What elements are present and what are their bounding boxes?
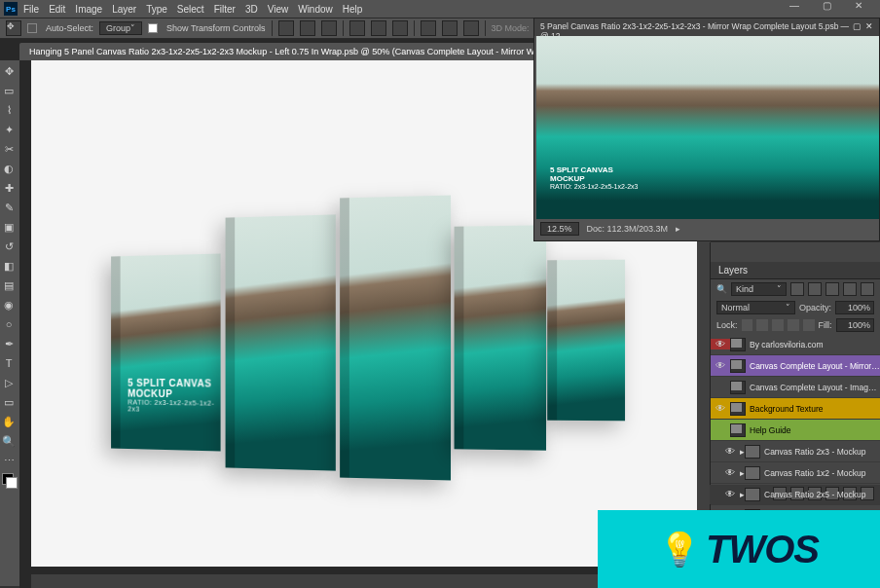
distribute-icon[interactable] [421, 20, 436, 36]
align-right-icon[interactable] [321, 20, 337, 36]
blur-tool[interactable]: ◉ [0, 296, 18, 313]
crop-tool[interactable]: ✂ [0, 140, 18, 158]
secondary-status-bar: 12.5% Doc: 112.3M/203.3M ▸ [534, 219, 879, 239]
separator [272, 20, 273, 36]
menu-filter[interactable]: Filter [214, 4, 236, 15]
mockup-text: 5 SPLIT CANVAS MOCKUP RATIO: 2x3-1x2-2x5… [128, 378, 220, 414]
layer-row[interactable]: 👁▸Canvas Ratio 1x2 - Mockup [711, 462, 880, 484]
lasso-tool[interactable]: ⌇ [0, 101, 18, 119]
layer-name: Background Texture [750, 404, 880, 414]
visibility-toggle[interactable]: 👁 [711, 339, 730, 349]
type-tool[interactable]: T [0, 354, 18, 372]
filter-adjust-icon[interactable] [808, 282, 822, 296]
brush-tool[interactable]: ✎ [0, 199, 18, 216]
layer-row[interactable]: 👁Background Texture [711, 398, 880, 420]
menu-image[interactable]: Image [75, 4, 102, 15]
layer-row[interactable]: 👁▸Canvas Ratio 2x5 - Mockup [711, 484, 880, 505]
show-transform-label: Show Transform Controls [166, 23, 266, 33]
align-left-icon[interactable] [278, 20, 294, 36]
shape-tool[interactable]: ▭ [0, 393, 18, 411]
menu-view[interactable]: View [268, 4, 289, 15]
visibility-toggle[interactable]: 👁 [720, 446, 740, 457]
filter-shape-icon[interactable] [843, 282, 857, 296]
zoom-tool[interactable]: 🔍 [0, 432, 18, 450]
close-button[interactable]: ✕ [851, 0, 866, 11]
stamp-tool[interactable]: ▣ [0, 218, 18, 236]
lock-pixels-icon[interactable] [756, 319, 768, 331]
layer-row[interactable]: Help Guide [711, 420, 880, 441]
pen-tool[interactable]: ✒ [0, 335, 18, 352]
move-tool[interactable]: ✥ [0, 62, 18, 80]
history-brush-tool[interactable]: ↺ [0, 238, 18, 255]
minimize-button[interactable]: — [786, 0, 803, 11]
maximize-button[interactable]: ▢ [819, 0, 835, 11]
filter-kind-dropdown[interactable]: Kind˅ [731, 282, 787, 296]
opacity-value[interactable]: 100% [835, 301, 874, 314]
auto-select-checkbox[interactable] [27, 23, 37, 33]
auto-select-dropdown[interactable]: Group ˅ [99, 21, 142, 35]
menu-help[interactable]: Help [343, 4, 363, 15]
visibility-toggle[interactable]: 👁 [711, 360, 730, 371]
filter-smart-icon[interactable] [861, 282, 874, 296]
layer-thumbnail [730, 381, 746, 394]
visibility-toggle[interactable]: 👁 [711, 403, 730, 414]
distribute-icon[interactable] [442, 20, 458, 36]
filter-pixel-icon[interactable] [790, 282, 804, 296]
heal-tool[interactable]: ✚ [0, 179, 18, 197]
marquee-tool[interactable]: ▭ [0, 82, 18, 99]
chevron-down-icon: ˅ [786, 303, 790, 312]
filter-type-icon[interactable] [825, 282, 839, 296]
secondary-doc-tabbar: 5 Panel Canvas Ratio 2x3-1x2-2x5-1x2-2x3… [534, 18, 879, 36]
menu-type[interactable]: Type [146, 4, 167, 15]
gradient-tool[interactable]: ▤ [0, 276, 18, 294]
layer-row[interactable]: 👁Canvas Complete Layout - Mirror Wrap [711, 355, 880, 377]
align-center-v-icon[interactable] [371, 20, 386, 36]
secondary-doc-tab[interactable]: 5 Panel Canvas Ratio 2x3-1x2-2x5-1x2-2x3… [540, 21, 841, 33]
layer-row[interactable]: Canvas Complete Layout - Image Wrap [711, 377, 880, 398]
folder-icon [745, 466, 760, 480]
lock-all-icon[interactable] [803, 319, 815, 331]
secondary-document-window[interactable]: 5 Panel Canvas Ratio 2x3-1x2-2x5-1x2-2x3… [533, 18, 880, 241]
lock-position-icon[interactable] [772, 319, 784, 331]
separator [414, 20, 415, 36]
secondary-canvas[interactable]: 5 SPLIT CANVAS MOCKUP RATIO: 2x3-1x2-2x5… [536, 36, 879, 219]
wand-tool[interactable]: ✦ [0, 121, 18, 138]
zoom-level[interactable]: 12.5% [540, 222, 579, 236]
menu-edit[interactable]: Edit [49, 4, 65, 15]
blend-mode-dropdown[interactable]: Normal˅ [716, 301, 795, 314]
layers-panel-header[interactable]: Layers [711, 262, 880, 279]
lock-artboard-icon[interactable] [788, 319, 799, 331]
menu-file[interactable]: File [23, 4, 39, 15]
path-tool[interactable]: ▷ [0, 374, 18, 391]
float-maximize-button[interactable]: ▢ [853, 21, 862, 33]
fill-value[interactable]: 100% [836, 318, 874, 332]
canvas-panel-4 [455, 225, 546, 450]
visibility-toggle[interactable]: 👁 [720, 467, 740, 478]
layer-row[interactable]: 👁By carlosviloria.com [711, 334, 880, 355]
float-close-button[interactable]: ✕ [865, 21, 873, 33]
menu-window[interactable]: Window [298, 4, 333, 15]
layer-row[interactable]: 👁▸Canvas Ratio 2x3 - Mockup [711, 441, 880, 462]
edit-toolbar[interactable]: ⋯ [0, 452, 18, 469]
menu-select[interactable]: Select [177, 4, 204, 15]
color-swatches[interactable] [2, 473, 18, 485]
chevron-right-icon[interactable]: ▸ [676, 224, 680, 234]
eyedropper-tool[interactable]: ◐ [0, 160, 18, 177]
menu-layer[interactable]: Layer [112, 4, 136, 15]
distribute-icon[interactable] [463, 20, 479, 36]
layer-filter-row: 🔍 Kind˅ [711, 279, 880, 299]
canvas-panel-3 [340, 196, 451, 481]
dodge-tool[interactable]: ○ [0, 315, 18, 333]
lock-transparency-icon[interactable] [742, 319, 753, 331]
align-center-h-icon[interactable] [300, 20, 315, 36]
eraser-tool[interactable]: ◧ [0, 257, 18, 275]
menu-3d[interactable]: 3D [245, 4, 258, 15]
show-transform-checkbox[interactable] [148, 23, 158, 33]
lightbulb-icon: 💡 [659, 530, 700, 569]
float-minimize-button[interactable]: — [841, 21, 850, 33]
align-top-icon[interactable] [349, 20, 365, 36]
hand-tool[interactable]: ✋ [0, 413, 18, 430]
align-bottom-icon[interactable] [392, 20, 408, 36]
document-tab[interactable]: Hanging 5 Panel Canvas Ratio 2x3-1x2-2x5… [19, 43, 597, 60]
visibility-toggle[interactable]: 👁 [720, 489, 740, 499]
